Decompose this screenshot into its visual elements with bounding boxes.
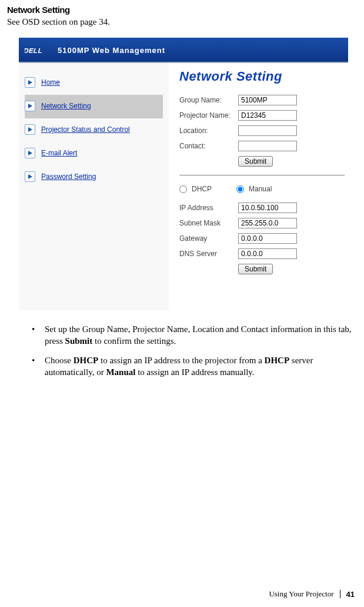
screenshot-body: Home Network Setting Projector Status an…	[19, 63, 348, 310]
bullet-1-text: Set up the Group Name, Projector Name, L…	[45, 323, 352, 347]
sidebar-item-label: Password Setting	[41, 173, 96, 181]
input-projector-name[interactable]	[238, 110, 297, 121]
row-submit-1: Submit	[179, 156, 345, 167]
radio-dhcp-input[interactable]	[179, 185, 187, 193]
label-group-name: Group Name:	[179, 96, 238, 104]
dell-logo: DELL	[25, 47, 53, 55]
radio-manual-label: Manual	[249, 185, 272, 193]
radio-dhcp[interactable]: DHCP	[179, 185, 212, 193]
svg-marker-4	[28, 151, 32, 155]
text: to assign an IP address manually.	[135, 367, 254, 377]
footer-section: Using Your Projector	[269, 589, 333, 599]
text: to confirm the settings.	[92, 336, 176, 346]
row-subnet: Subnet Mask	[179, 218, 345, 228]
radio-manual[interactable]: Manual	[236, 185, 272, 193]
bullet-2: • Choose DHCP to assign an IP address to…	[32, 354, 352, 379]
bullet-1: • Set up the Group Name, Projector Name,…	[32, 323, 352, 347]
sidebar-item-home[interactable]: Home	[25, 71, 163, 95]
svg-text:DELL: DELL	[25, 47, 44, 54]
label-location: Location:	[179, 127, 238, 135]
input-gateway[interactable]	[238, 233, 297, 244]
screenshot-container: DELL 5100MP Web Management Home Network …	[19, 38, 348, 310]
arrow-icon	[25, 148, 35, 158]
row-ip: IP Address	[179, 203, 345, 213]
row-location: Location:	[179, 125, 345, 136]
row-gateway: Gateway	[179, 233, 345, 244]
text-bold: DHCP	[265, 356, 290, 365]
input-contact[interactable]	[238, 141, 297, 151]
sidebar-item-projector-status[interactable]: Projector Status and Control	[25, 118, 163, 142]
svg-marker-5	[28, 174, 32, 179]
svg-marker-2	[28, 104, 32, 108]
sidebar-item-label: Projector Status and Control	[41, 125, 130, 134]
divider	[179, 175, 345, 175]
input-location[interactable]	[238, 125, 297, 136]
arrow-icon	[25, 101, 35, 111]
page-section-title: Network Setting	[7, 5, 357, 15]
bullet-marker: •	[32, 323, 45, 347]
sidebar-item-label: Home	[41, 78, 60, 87]
arrow-icon	[25, 77, 35, 88]
label-ip: IP Address	[179, 204, 238, 212]
input-subnet[interactable]	[238, 218, 297, 228]
row-group-name: Group Name:	[179, 95, 345, 105]
screenshot-header: DELL 5100MP Web Management	[19, 38, 348, 63]
input-ip[interactable]	[238, 203, 297, 213]
bullet-list: • Set up the Group Name, Projector Name,…	[32, 323, 352, 378]
svg-marker-1	[28, 80, 32, 85]
label-dns: DNS Server	[179, 250, 238, 258]
sidebar-item-password-setting[interactable]: Password Setting	[25, 165, 163, 189]
footer-separator	[340, 590, 340, 598]
submit-button-2[interactable]: Submit	[238, 264, 273, 274]
label-projector-name: Projector Name:	[179, 111, 238, 120]
row-contact: Contact:	[179, 141, 345, 151]
text-bold: Submit	[65, 336, 93, 346]
radio-dhcp-label: DHCP	[192, 185, 212, 193]
input-dns[interactable]	[238, 248, 297, 259]
footer: Using Your Projector 41	[269, 589, 355, 599]
sidebar-item-label: E-mail Alert	[41, 149, 77, 157]
sidebar-item-network-setting[interactable]: Network Setting	[25, 95, 163, 118]
label-subnet: Subnet Mask	[179, 219, 238, 227]
footer-page-number: 41	[346, 590, 355, 599]
text-bold: Manual	[106, 367, 135, 377]
radio-manual-input[interactable]	[236, 185, 244, 193]
row-projector-name: Projector Name:	[179, 110, 345, 121]
label-gateway: Gateway	[179, 234, 238, 243]
label-contact: Contact:	[179, 142, 238, 150]
main-title: Network Setting	[179, 69, 345, 84]
page-section-subtitle: See OSD section on page 34.	[7, 17, 357, 27]
main-panel: Network Setting Group Name: Projector Na…	[169, 63, 348, 310]
row-dns: DNS Server	[179, 248, 345, 259]
sidebar-item-email-alert[interactable]: E-mail Alert	[25, 142, 163, 165]
input-group-name[interactable]	[238, 95, 297, 105]
sidebar-item-label: Network Setting	[41, 102, 91, 110]
text: to assign an IP address to the projector…	[98, 356, 264, 365]
bullet-2-text: Choose DHCP to assign an IP address to t…	[45, 354, 352, 379]
radio-row: DHCP Manual	[179, 185, 345, 193]
arrow-icon	[25, 124, 35, 135]
row-submit-2: Submit	[179, 264, 345, 274]
bullet-marker: •	[32, 354, 45, 379]
submit-button-1[interactable]: Submit	[238, 156, 273, 167]
svg-marker-3	[28, 127, 32, 132]
sidebar: Home Network Setting Projector Status an…	[19, 63, 169, 310]
screenshot-header-title: 5100MP Web Management	[58, 46, 165, 55]
arrow-icon	[25, 171, 35, 182]
text: Choose	[45, 356, 74, 365]
text-bold: DHCP	[74, 356, 99, 365]
